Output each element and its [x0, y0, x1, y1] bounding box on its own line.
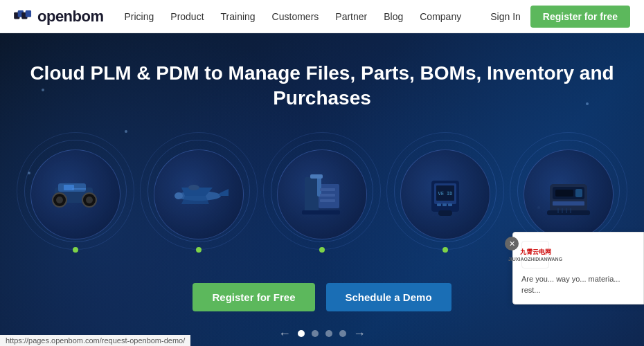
- status-dot: [442, 247, 448, 253]
- carousel-dot-4[interactable]: [339, 330, 346, 337]
- nav-blog[interactable]: Blog: [384, 11, 403, 22]
- machine-image: [277, 149, 367, 239]
- nav-pricing[interactable]: Pricing: [125, 11, 154, 22]
- product-airplane: [137, 125, 260, 264]
- nav-company[interactable]: Company: [420, 11, 461, 22]
- svg-marker-15: [220, 189, 229, 196]
- svg-marker-14: [181, 196, 209, 204]
- scanner-image: VE ID: [400, 149, 490, 239]
- svg-rect-18: [305, 177, 319, 212]
- nav-customers[interactable]: Customers: [272, 11, 319, 22]
- chat-text: Are you... way yo... materia... rest...: [521, 274, 635, 295]
- svg-rect-31: [442, 203, 447, 206]
- nav-links: Pricing Product Training Customers Partn…: [125, 11, 491, 22]
- svg-rect-37: [555, 190, 573, 197]
- carousel-prev[interactable]: ←: [278, 327, 291, 341]
- chat-logo-image: 九霄云电网 JIUXIAOZHIDIANWANG: [521, 241, 549, 268]
- hero-demo-button[interactable]: Schedule a Demo: [326, 283, 451, 311]
- svg-rect-21: [310, 174, 323, 179]
- hero-buttons: Register for Free Schedule a Demo: [193, 283, 451, 311]
- chat-logo: 九霄云电网 JIUXIAOZHIDIANWANG: [521, 241, 635, 268]
- nav-training[interactable]: Training: [221, 11, 256, 22]
- svg-point-17: [188, 185, 199, 190]
- svg-rect-10: [64, 185, 74, 190]
- svg-rect-33: [438, 210, 452, 216]
- svg-point-7: [56, 197, 63, 203]
- svg-rect-38: [553, 201, 584, 206]
- register-button[interactable]: Register for free: [530, 6, 630, 28]
- product-atv: [14, 125, 137, 264]
- svg-text:VE ID: VE ID: [438, 191, 452, 197]
- svg-rect-24: [320, 199, 335, 202]
- svg-rect-39: [547, 210, 590, 215]
- svg-rect-36: [575, 189, 582, 197]
- sign-in-button[interactable]: Sign In: [490, 11, 521, 22]
- navbar: openbom Pricing Product Training Custome…: [0, 0, 644, 33]
- svg-rect-30: [437, 203, 441, 206]
- svg-rect-22: [320, 188, 335, 191]
- svg-rect-23: [320, 194, 335, 197]
- product-scanner: VE ID: [384, 125, 507, 264]
- status-dot: [73, 247, 78, 253]
- printer-image: [524, 149, 614, 239]
- carousel-dot-1[interactable]: [298, 330, 305, 337]
- airplane-image: [154, 149, 244, 239]
- hero-register-button[interactable]: Register for Free: [193, 283, 314, 311]
- svg-rect-3: [26, 10, 31, 17]
- product-machine: [260, 125, 384, 264]
- logo-icon: [14, 10, 33, 23]
- nav-actions: Sign In Register for free: [490, 6, 630, 28]
- svg-rect-32: [448, 203, 452, 206]
- hero-title: Cloud PLM & PDM to Manage Files, Parts, …: [0, 61, 644, 111]
- svg-point-9: [86, 197, 93, 203]
- status-url: https://pages.openbom.com/request-openbo…: [6, 336, 185, 345]
- carousel-next[interactable]: →: [353, 327, 366, 341]
- logo-text: openbom: [37, 8, 104, 26]
- status-dot: [196, 247, 202, 253]
- nav-product[interactable]: Product: [170, 11, 204, 22]
- chat-popup: ✕ 九霄云电网 JIUXIAOZHIDIANWANG Are you... wa…: [512, 232, 644, 304]
- carousel-controls: ← →: [278, 327, 366, 341]
- svg-rect-25: [302, 210, 340, 215]
- svg-point-16: [175, 192, 183, 199]
- carousel-dot-3[interactable]: [325, 330, 332, 337]
- carousel-dot-2[interactable]: [312, 330, 319, 337]
- atv-image: [30, 149, 120, 239]
- nav-partner[interactable]: Partner: [335, 11, 367, 22]
- hero-section: Cloud PLM & PDM to Manage Files, Parts, …: [0, 33, 644, 346]
- svg-rect-20: [317, 176, 321, 197]
- status-bar: https://pages.openbom.com/request-openbo…: [0, 335, 190, 346]
- status-dot: [319, 247, 325, 253]
- logo[interactable]: openbom: [14, 8, 104, 26]
